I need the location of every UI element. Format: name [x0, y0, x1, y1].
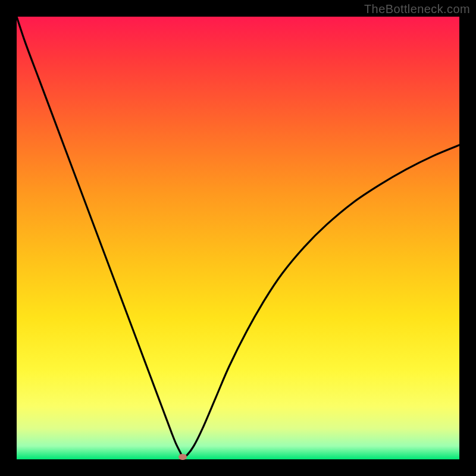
- bottleneck-curve: [17, 17, 459, 459]
- watermark-text: TheBottleneck.com: [364, 2, 470, 16]
- chart-frame: TheBottleneck.com: [0, 0, 476, 476]
- plot-area: [17, 17, 459, 459]
- minimum-marker-icon: [178, 454, 187, 460]
